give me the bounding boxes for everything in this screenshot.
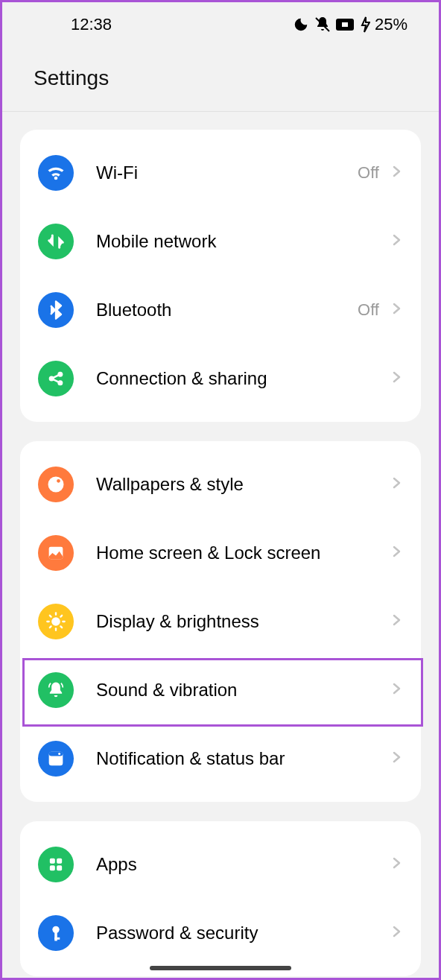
row-label: Apps xyxy=(96,854,391,875)
palette-icon xyxy=(38,467,74,502)
settings-row-password[interactable]: Password & security xyxy=(20,899,421,967)
settings-row-apps[interactable]: Apps xyxy=(20,830,421,899)
chevron-right-icon xyxy=(391,543,403,563)
svg-rect-2 xyxy=(342,22,348,27)
page-title: Settings xyxy=(2,47,439,111)
row-status: Off xyxy=(358,163,379,183)
row-label: Connection & sharing xyxy=(96,368,391,389)
key-icon xyxy=(38,915,74,951)
bt-icon xyxy=(38,292,74,328)
row-label: Display & brightness xyxy=(96,611,391,632)
settings-list: Wi-FiOffMobile networkBluetoothOffConnec… xyxy=(2,112,439,976)
nav-handle[interactable] xyxy=(150,966,291,970)
settings-group: AppsPassword & security xyxy=(20,821,421,976)
row-label: Wi-Fi xyxy=(96,162,358,183)
settings-row-connection[interactable]: Connection & sharing xyxy=(20,344,421,413)
panel-icon xyxy=(38,741,74,777)
settings-row-bluetooth[interactable]: BluetoothOff xyxy=(20,276,421,344)
chevron-right-icon xyxy=(391,923,403,943)
moon-icon xyxy=(293,16,309,33)
row-label: Wallpapers & style xyxy=(96,474,391,495)
row-label: Notification & status bar xyxy=(96,748,391,769)
bell-icon xyxy=(38,672,74,708)
chevron-right-icon xyxy=(391,854,403,875)
status-bar: 12:38 25% xyxy=(2,2,439,47)
bolt-icon xyxy=(360,16,370,34)
settings-row-sound[interactable]: Sound & vibration xyxy=(20,656,421,724)
chevron-right-icon xyxy=(391,748,403,769)
settings-group: Wallpapers & styleHome screen & Lock scr… xyxy=(20,441,421,802)
row-label: Bluetooth xyxy=(96,300,358,320)
battery-box-icon xyxy=(336,17,355,32)
row-status: Off xyxy=(358,300,379,320)
settings-row-wifi[interactable]: Wi-FiOff xyxy=(20,139,421,207)
sun-icon xyxy=(38,604,74,639)
chevron-right-icon xyxy=(391,611,403,632)
row-label: Password & security xyxy=(96,923,391,943)
settings-row-notif[interactable]: Notification & status bar xyxy=(20,724,421,793)
status-time: 12:38 xyxy=(71,15,112,34)
settings-row-mobile[interactable]: Mobile network xyxy=(20,207,421,276)
chevron-right-icon xyxy=(391,231,403,252)
battery-percent: 25% xyxy=(375,15,407,34)
chevron-right-icon xyxy=(391,474,403,495)
chevron-right-icon xyxy=(391,300,403,320)
settings-group: Wi-FiOffMobile networkBluetoothOffConnec… xyxy=(20,130,421,422)
mobile-icon xyxy=(38,224,74,259)
row-label: Home screen & Lock screen xyxy=(96,543,391,563)
settings-row-wallpaper[interactable]: Wallpapers & style xyxy=(20,450,421,519)
settings-row-display[interactable]: Display & brightness xyxy=(20,587,421,656)
status-icons: 25% xyxy=(293,15,407,34)
chevron-right-icon xyxy=(391,680,403,701)
wifi-icon xyxy=(38,155,74,191)
image-icon xyxy=(38,535,74,571)
share-icon xyxy=(38,361,74,396)
row-label: Mobile network xyxy=(96,231,391,252)
apps-icon xyxy=(38,847,74,882)
chevron-right-icon xyxy=(391,162,403,183)
chevron-right-icon xyxy=(391,368,403,389)
row-label: Sound & vibration xyxy=(96,680,391,701)
mute-icon xyxy=(314,16,331,34)
settings-row-homescreen[interactable]: Home screen & Lock screen xyxy=(20,519,421,587)
